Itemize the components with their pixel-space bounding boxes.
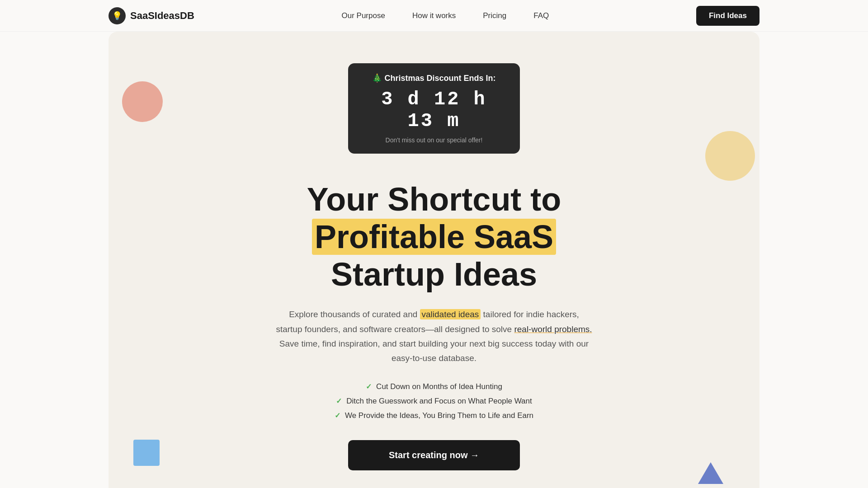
hero-title-part2: Startup Ideas	[331, 256, 537, 292]
checklist-label-2: Ditch the Guesswork and Focus on What Pe…	[346, 397, 532, 406]
nav-how-it-works[interactable]: How it works	[412, 11, 456, 20]
checklist: ✓ Cut Down on Months of Idea Hunting ✓ D…	[226, 382, 642, 420]
check-icon-3: ✓	[335, 411, 340, 420]
countdown-subtitle: Don't miss out on our special offer!	[366, 136, 502, 144]
start-creating-button[interactable]: Start creating now →	[348, 440, 520, 470]
decorative-square-left	[133, 440, 160, 466]
hero-card: 🎄 Christmas Discount Ends In: 3 d 12 h 1…	[108, 32, 760, 488]
countdown-title: 🎄 Christmas Discount Ends In:	[366, 73, 502, 83]
find-ideas-button[interactable]: Find Ideas	[696, 6, 760, 26]
hero-desc-part1: Explore thousands of curated and	[289, 310, 420, 319]
logo-link[interactable]: 💡 SaaSIdeasDB	[108, 7, 194, 24]
nav-pricing[interactable]: Pricing	[483, 11, 506, 20]
logo-text: SaaSIdeasDB	[130, 10, 194, 22]
content-area: 🎄 Christmas Discount Ends In: 3 d 12 h 1…	[217, 63, 651, 488]
hero-description: Explore thousands of curated and validat…	[276, 307, 592, 366]
countdown-emoji: 🎄	[372, 74, 382, 83]
page-wrapper: 💡 SaaSIdeasDB Our Purpose How it works P…	[0, 0, 868, 488]
hero-desc-part3: Save time, find inspiration, and start b…	[279, 339, 589, 363]
hero-desc-highlight2: real-world problems.	[514, 324, 592, 334]
checklist-label-1: Cut Down on Months of Idea Hunting	[376, 382, 502, 391]
hero-desc-highlight1: validated ideas	[420, 309, 481, 319]
decorative-circle-right	[705, 131, 755, 181]
checklist-label-3: We Provide the Ideas, You Bring Them to …	[345, 411, 533, 420]
decorative-triangle-right	[698, 462, 723, 484]
hero-title: Your Shortcut to Profitable SaaS Startup…	[231, 181, 637, 293]
navbar: 💡 SaaSIdeasDB Our Purpose How it works P…	[0, 0, 868, 32]
logo-icon: 💡	[108, 7, 126, 24]
hero-section: Your Shortcut to Profitable SaaS Startup…	[226, 154, 642, 488]
checklist-item-3: ✓ We Provide the Ideas, You Bring Them t…	[335, 411, 533, 420]
countdown-banner: 🎄 Christmas Discount Ends In: 3 d 12 h 1…	[348, 63, 520, 154]
decorative-circle-left	[122, 81, 163, 122]
checklist-item-2: ✓ Ditch the Guesswork and Focus on What …	[336, 397, 532, 406]
nav-links: Our Purpose How it works Pricing FAQ	[342, 11, 549, 20]
hero-title-highlight: Profitable SaaS	[312, 219, 556, 255]
nav-our-purpose[interactable]: Our Purpose	[342, 11, 385, 20]
nav-faq[interactable]: FAQ	[533, 11, 549, 20]
check-icon-1: ✓	[366, 382, 372, 391]
check-icon-2: ✓	[336, 397, 342, 405]
hero-title-part1: Your Shortcut to	[307, 181, 561, 217]
checklist-item-1: ✓ Cut Down on Months of Idea Hunting	[366, 382, 502, 391]
countdown-timer: 3 d 12 h 13 m	[366, 89, 502, 132]
